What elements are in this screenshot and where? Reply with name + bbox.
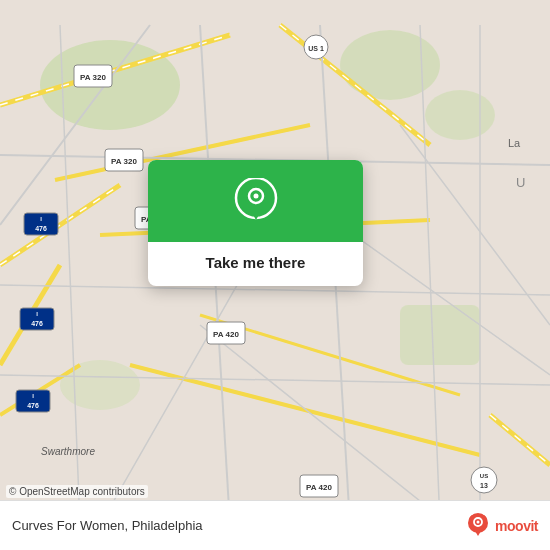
location-label: Curves For Women, Philadelphia: [12, 518, 203, 533]
map-container: PA 320 US 1 PA 320 I 476 PA 420 I 476 PA…: [0, 0, 550, 550]
take-me-there-button[interactable]: Take me there: [164, 254, 347, 271]
popup-header: [148, 160, 363, 242]
location-pin-icon: [234, 178, 278, 230]
moovit-logo: moovit: [464, 512, 538, 540]
moovit-brand-text: moovit: [495, 518, 538, 534]
svg-text:U: U: [516, 175, 525, 190]
svg-text:La: La: [508, 137, 521, 149]
svg-text:476: 476: [31, 320, 43, 327]
popup-body[interactable]: Take me there: [148, 242, 363, 286]
svg-text:13: 13: [480, 482, 488, 489]
location-text: Curves For Women, Philadelphia: [12, 518, 203, 533]
moovit-icon: [464, 512, 492, 540]
svg-text:US: US: [480, 473, 488, 479]
svg-text:PA 320: PA 320: [80, 73, 106, 82]
svg-text:PA 420: PA 420: [306, 483, 332, 492]
svg-text:476: 476: [27, 402, 39, 409]
svg-point-65: [477, 520, 480, 523]
svg-text:US 1: US 1: [308, 45, 324, 52]
svg-text:PA 420: PA 420: [213, 330, 239, 339]
svg-text:Swarthmore: Swarthmore: [41, 446, 95, 457]
bottom-bar: Curves For Women, Philadelphia moovit: [0, 500, 550, 550]
svg-point-62: [253, 194, 258, 199]
location-popup: Take me there: [148, 160, 363, 286]
svg-text:PA 320: PA 320: [111, 157, 137, 166]
svg-point-5: [60, 360, 140, 410]
svg-point-54: [471, 467, 497, 493]
svg-rect-4: [400, 305, 480, 365]
svg-text:476: 476: [35, 225, 47, 232]
map-attribution: © OpenStreetMap contributors: [6, 485, 148, 498]
svg-point-3: [425, 90, 495, 140]
svg-point-2: [340, 30, 440, 100]
